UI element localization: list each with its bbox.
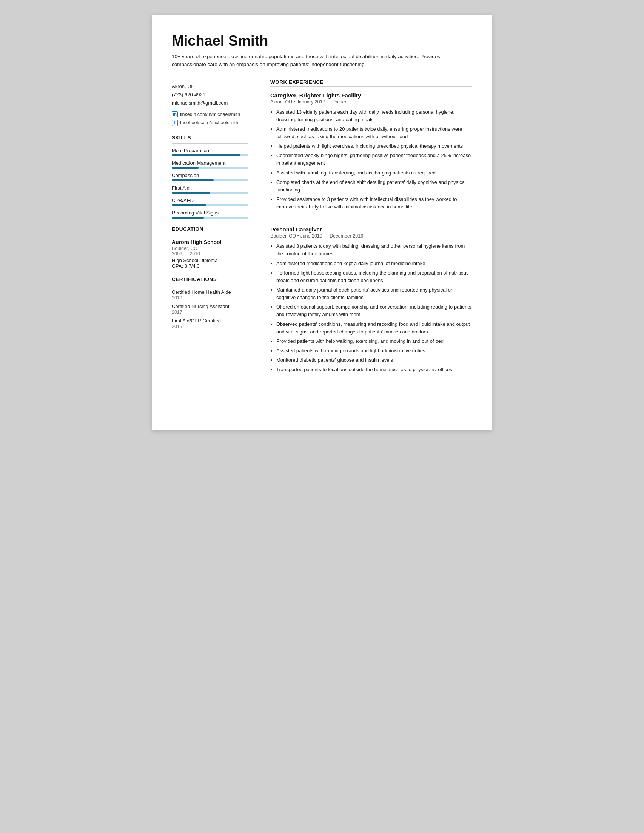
job-1-title: Caregiver, Brighter Lights Facility	[270, 92, 472, 98]
right-column: WORK EXPERIENCE Caregiver, Brighter Ligh…	[259, 79, 472, 382]
skill-cpr: CPR/AED	[172, 198, 248, 206]
skill-name: Compassion	[172, 172, 248, 178]
cert-divider	[172, 285, 248, 285]
education-section-title: EDUCATION	[172, 226, 248, 232]
skills-list: Meal Preparation Medication Management C…	[172, 148, 248, 219]
skill-bar-bg	[172, 217, 248, 219]
left-column: Akron, OH (723) 620-4921 michaelsmith@gm…	[172, 79, 259, 382]
bullet: Coordinated weekly bingo nights, garneri…	[276, 152, 472, 167]
cert-3: First Aid/CPR Certified 2015	[172, 318, 248, 329]
bullet: Assisted 3 patients a day with bathing, …	[276, 243, 472, 257]
skill-bar-bg	[172, 179, 248, 181]
bullet: Administered medications to 20 patients …	[276, 125, 472, 140]
bullet: Assisted patients with running errands a…	[276, 347, 472, 355]
job-2-bullets: Assisted 3 patients a day with bathing, …	[276, 243, 472, 373]
skill-bar-fill	[172, 217, 204, 219]
contact-location: Akron, OH	[172, 82, 248, 91]
cert-year: 2017	[172, 310, 248, 315]
facebook-line[interactable]: f facebook.com/michaelsmith	[172, 119, 248, 127]
contact-block: Akron, OH (723) 620-4921 michaelsmith@gm…	[172, 82, 248, 127]
edu-degree: High School Diploma	[172, 257, 248, 263]
skill-name: Recording Vital Signs	[172, 210, 248, 215]
contact-phone: (723) 620-4921	[172, 91, 248, 99]
skill-bar-bg	[172, 154, 248, 156]
skill-bar-bg	[172, 167, 248, 169]
job-1-bullets: Assisted 13 elderly patients each day wi…	[276, 108, 472, 211]
cert-year: 2019	[172, 295, 248, 301]
main-layout: Akron, OH (723) 620-4921 michaelsmith@gm…	[172, 79, 472, 382]
bullet: Provided patients with help walking, exe…	[276, 338, 472, 345]
bullet: Observed patients' conditions, measuring…	[276, 321, 472, 336]
skill-bar-fill	[172, 154, 241, 156]
bullet: Provided assistance to 3 patients with w…	[276, 196, 472, 211]
skill-compassion: Compassion	[172, 172, 248, 181]
bullet: Performed light housekeeping duties, inc…	[276, 269, 472, 284]
skill-bar-fill	[172, 192, 210, 194]
certifications-list: Certified Home Health Aide 2019 Certifie…	[172, 289, 248, 329]
cert-name: Certified Nursing Assistant	[172, 304, 248, 309]
bullet: Assisted with admitting, transferring, a…	[276, 169, 472, 177]
skill-bar-bg	[172, 192, 248, 194]
job-2-meta: Boulder, CO • June 2010 — December 2016	[270, 233, 472, 239]
job-separator	[270, 219, 472, 219]
skill-vitals: Recording Vital Signs	[172, 210, 248, 219]
skill-bar-fill	[172, 179, 214, 181]
contact-email: michaelsmith@gmail.com	[172, 99, 248, 107]
skills-section-title: SKILLS	[172, 135, 248, 140]
edu-gpa: GPA: 3.7/4.0	[172, 263, 248, 269]
job-2-title: Personal Caregiver	[270, 226, 472, 233]
bullet: Administered medications and kept a dail…	[276, 260, 472, 267]
job-2: Personal Caregiver Boulder, CO • June 20…	[270, 226, 472, 373]
skill-bar-bg	[172, 204, 248, 206]
skills-divider	[172, 143, 248, 144]
cert-section-title: CERTIFICATIONS	[172, 277, 248, 282]
cert-name: First Aid/CPR Certified	[172, 318, 248, 323]
education-block: Aurora High School Boulder, CO 2006 — 20…	[172, 239, 248, 269]
skill-bar-fill	[172, 167, 199, 169]
work-experience-divider	[270, 87, 472, 87]
facebook-icon: f	[172, 120, 178, 126]
candidate-name: Michael Smith	[172, 33, 472, 49]
bullet: Helped patients with light exercises, in…	[276, 142, 472, 150]
header-section: Michael Smith 10+ years of experience as…	[172, 33, 472, 69]
bullet: Monitored diabetic patients' glucose and…	[276, 357, 472, 364]
cert-name: Certified Home Health Aide	[172, 289, 248, 295]
cert-year: 2015	[172, 324, 248, 329]
bullet: Transported patients to locations outsid…	[276, 366, 472, 373]
linkedin-line[interactable]: in linkedin.com/in/michaelsmith	[172, 110, 248, 119]
work-experience-title: WORK EXPERIENCE	[270, 79, 472, 85]
resume-summary: 10+ years of experience assisting geriat…	[172, 53, 472, 69]
bullet: Maintained a daily journal of each patie…	[276, 286, 472, 301]
linkedin-url: linkedin.com/in/michaelsmith	[180, 110, 240, 119]
skill-name: Meal Preparation	[172, 148, 248, 153]
skill-bar-fill	[172, 204, 206, 206]
edu-dates: 2006 — 2010	[172, 251, 248, 256]
bullet: Offered emotional support, companionship…	[276, 303, 472, 318]
education-divider	[172, 235, 248, 235]
edu-location: Boulder, CO	[172, 246, 248, 251]
linkedin-icon: in	[172, 111, 178, 117]
facebook-url: facebook.com/michaelsmith	[180, 119, 238, 127]
cert-2: Certified Nursing Assistant 2017	[172, 304, 248, 315]
job-1-meta: Akron, OH • January 2017 — Present	[270, 99, 472, 105]
skill-firstaid: First Aid	[172, 185, 248, 194]
skill-name: CPR/AED	[172, 198, 248, 203]
skill-meal-prep: Meal Preparation	[172, 148, 248, 156]
job-1: Caregiver, Brighter Lights Facility Akro…	[270, 92, 472, 211]
skill-name: Medication Management	[172, 160, 248, 166]
skill-medication: Medication Management	[172, 160, 248, 169]
cert-1: Certified Home Health Aide 2019	[172, 289, 248, 301]
skill-name: First Aid	[172, 185, 248, 191]
bullet: Assisted 13 elderly patients each day wi…	[276, 108, 472, 124]
edu-school-name: Aurora High School	[172, 239, 248, 245]
resume-document: Michael Smith 10+ years of experience as…	[152, 15, 492, 431]
bullet: Completed charts at the end of each shif…	[276, 178, 472, 194]
